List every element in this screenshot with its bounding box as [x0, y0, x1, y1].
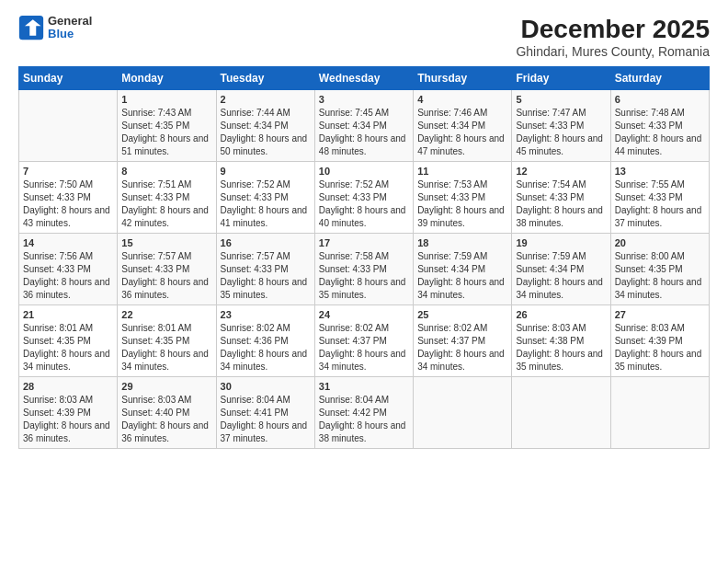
calendar-week-row: 21Sunrise: 8:01 AM Sunset: 4:35 PM Dayli…: [19, 305, 710, 377]
location-subtitle: Ghindari, Mures County, Romania: [516, 44, 710, 59]
calendar-cell: [610, 377, 709, 449]
day-detail: Sunrise: 7:46 AM Sunset: 4:34 PM Dayligh…: [417, 107, 507, 158]
col-tuesday: Tuesday: [216, 67, 314, 90]
header-row: Sunday Monday Tuesday Wednesday Thursday…: [19, 67, 710, 90]
calendar-cell: 4Sunrise: 7:46 AM Sunset: 4:34 PM Daylig…: [414, 90, 512, 162]
day-detail: Sunrise: 8:04 AM Sunset: 4:42 PM Dayligh…: [319, 394, 409, 445]
calendar-cell: 22Sunrise: 8:01 AM Sunset: 4:35 PM Dayli…: [118, 305, 216, 377]
day-number: 30: [221, 381, 311, 392]
calendar-cell: 14Sunrise: 7:56 AM Sunset: 4:33 PM Dayli…: [19, 234, 118, 305]
calendar-cell: 16Sunrise: 7:57 AM Sunset: 4:33 PM Dayli…: [216, 234, 314, 305]
calendar-cell: 2Sunrise: 7:44 AM Sunset: 4:34 PM Daylig…: [216, 90, 314, 162]
col-sunday: Sunday: [19, 67, 118, 90]
logo: General Blue: [18, 15, 92, 41]
calendar-cell: 20Sunrise: 8:00 AM Sunset: 4:35 PM Dayli…: [610, 234, 709, 305]
day-number: 11: [417, 166, 507, 177]
day-number: 10: [319, 166, 409, 177]
day-detail: Sunrise: 7:59 AM Sunset: 4:34 PM Dayligh…: [417, 250, 507, 302]
col-friday: Friday: [512, 67, 610, 90]
day-number: 2: [221, 94, 311, 105]
day-number: 29: [121, 381, 211, 392]
calendar-cell: 10Sunrise: 7:52 AM Sunset: 4:33 PM Dayli…: [314, 162, 413, 234]
day-detail: Sunrise: 8:02 AM Sunset: 4:37 PM Dayligh…: [417, 322, 507, 373]
calendar-cell: 17Sunrise: 7:58 AM Sunset: 4:33 PM Dayli…: [314, 234, 413, 305]
day-number: 5: [516, 94, 606, 105]
calendar-cell: 9Sunrise: 7:52 AM Sunset: 4:33 PM Daylig…: [216, 162, 314, 234]
day-number: 3: [319, 94, 409, 105]
day-detail: Sunrise: 7:51 AM Sunset: 4:33 PM Dayligh…: [121, 178, 211, 230]
page-header: General Blue December 2025 Ghindari, Mur…: [18, 15, 710, 59]
day-number: 23: [221, 309, 311, 320]
col-saturday: Saturday: [610, 67, 709, 90]
day-detail: Sunrise: 7:57 AM Sunset: 4:33 PM Dayligh…: [221, 250, 311, 302]
day-detail: Sunrise: 8:04 AM Sunset: 4:41 PM Dayligh…: [221, 394, 311, 445]
day-detail: Sunrise: 7:43 AM Sunset: 4:35 PM Dayligh…: [121, 107, 211, 158]
day-number: 20: [615, 237, 705, 248]
calendar-cell: 27Sunrise: 8:03 AM Sunset: 4:39 PM Dayli…: [610, 305, 709, 377]
calendar-cell: 28Sunrise: 8:03 AM Sunset: 4:39 PM Dayli…: [19, 377, 118, 449]
day-detail: Sunrise: 7:53 AM Sunset: 4:33 PM Dayligh…: [417, 178, 507, 230]
day-detail: Sunrise: 7:52 AM Sunset: 4:33 PM Dayligh…: [319, 178, 409, 230]
day-number: 24: [319, 309, 409, 320]
logo-general-text: General: [48, 15, 92, 28]
calendar-cell: 15Sunrise: 7:57 AM Sunset: 4:33 PM Dayli…: [118, 234, 216, 305]
calendar-cell: 31Sunrise: 8:04 AM Sunset: 4:42 PM Dayli…: [314, 377, 413, 449]
day-number: 19: [516, 237, 606, 248]
day-number: 4: [417, 94, 507, 105]
day-detail: Sunrise: 8:01 AM Sunset: 4:35 PM Dayligh…: [23, 322, 113, 373]
calendar-cell: 12Sunrise: 7:54 AM Sunset: 4:33 PM Dayli…: [512, 162, 610, 234]
day-detail: Sunrise: 8:00 AM Sunset: 4:35 PM Dayligh…: [615, 250, 705, 302]
calendar-week-row: 7Sunrise: 7:50 AM Sunset: 4:33 PM Daylig…: [19, 162, 710, 234]
day-number: 6: [615, 94, 705, 105]
calendar-cell: 25Sunrise: 8:02 AM Sunset: 4:37 PM Dayli…: [414, 305, 512, 377]
calendar-cell: [512, 377, 610, 449]
day-detail: Sunrise: 7:55 AM Sunset: 4:33 PM Dayligh…: [615, 178, 705, 230]
day-number: 16: [221, 237, 311, 248]
calendar-cell: 5Sunrise: 7:47 AM Sunset: 4:33 PM Daylig…: [512, 90, 610, 162]
day-detail: Sunrise: 8:01 AM Sunset: 4:35 PM Dayligh…: [121, 322, 211, 373]
day-detail: Sunrise: 7:52 AM Sunset: 4:33 PM Dayligh…: [221, 178, 311, 230]
day-detail: Sunrise: 8:03 AM Sunset: 4:39 PM Dayligh…: [23, 394, 113, 445]
calendar-cell: 8Sunrise: 7:51 AM Sunset: 4:33 PM Daylig…: [118, 162, 216, 234]
day-detail: Sunrise: 7:48 AM Sunset: 4:33 PM Dayligh…: [615, 107, 705, 158]
calendar-cell: 6Sunrise: 7:48 AM Sunset: 4:33 PM Daylig…: [610, 90, 709, 162]
calendar-cell: 30Sunrise: 8:04 AM Sunset: 4:41 PM Dayli…: [216, 377, 314, 449]
day-number: 7: [23, 166, 113, 177]
day-number: 8: [121, 166, 211, 177]
day-number: 27: [615, 309, 705, 320]
calendar-cell: 1Sunrise: 7:43 AM Sunset: 4:35 PM Daylig…: [118, 90, 216, 162]
day-number: 12: [516, 166, 606, 177]
month-title: December 2025: [516, 15, 710, 44]
logo-blue-text: Blue: [48, 28, 92, 40]
day-detail: Sunrise: 7:50 AM Sunset: 4:33 PM Dayligh…: [23, 178, 113, 230]
title-block: December 2025 Ghindari, Mures County, Ro…: [516, 15, 710, 59]
col-monday: Monday: [118, 67, 216, 90]
day-number: 25: [417, 309, 507, 320]
day-detail: Sunrise: 8:03 AM Sunset: 4:39 PM Dayligh…: [615, 322, 705, 373]
day-number: 18: [417, 237, 507, 248]
day-detail: Sunrise: 7:47 AM Sunset: 4:33 PM Dayligh…: [516, 107, 606, 158]
day-detail: Sunrise: 7:45 AM Sunset: 4:34 PM Dayligh…: [319, 107, 409, 158]
day-number: 28: [23, 381, 113, 392]
day-detail: Sunrise: 8:03 AM Sunset: 4:38 PM Dayligh…: [516, 322, 606, 373]
day-number: 17: [319, 237, 409, 248]
calendar-cell: 11Sunrise: 7:53 AM Sunset: 4:33 PM Dayli…: [414, 162, 512, 234]
calendar-cell: [414, 377, 512, 449]
day-detail: Sunrise: 7:56 AM Sunset: 4:33 PM Dayligh…: [23, 250, 113, 302]
calendar-cell: [19, 90, 118, 162]
calendar-cell: 24Sunrise: 8:02 AM Sunset: 4:37 PM Dayli…: [314, 305, 413, 377]
logo-icon: [18, 15, 44, 40]
day-number: 26: [516, 309, 606, 320]
calendar-week-row: 1Sunrise: 7:43 AM Sunset: 4:35 PM Daylig…: [19, 90, 710, 162]
day-detail: Sunrise: 7:57 AM Sunset: 4:33 PM Dayligh…: [121, 250, 211, 302]
calendar-cell: 26Sunrise: 8:03 AM Sunset: 4:38 PM Dayli…: [512, 305, 610, 377]
day-detail: Sunrise: 7:59 AM Sunset: 4:34 PM Dayligh…: [516, 250, 606, 302]
col-wednesday: Wednesday: [314, 67, 413, 90]
calendar-cell: 13Sunrise: 7:55 AM Sunset: 4:33 PM Dayli…: [610, 162, 709, 234]
day-number: 1: [121, 94, 211, 105]
day-number: 14: [23, 237, 113, 248]
calendar-cell: 19Sunrise: 7:59 AM Sunset: 4:34 PM Dayli…: [512, 234, 610, 305]
calendar-cell: 3Sunrise: 7:45 AM Sunset: 4:34 PM Daylig…: [314, 90, 413, 162]
day-detail: Sunrise: 7:44 AM Sunset: 4:34 PM Dayligh…: [221, 107, 311, 158]
day-number: 22: [121, 309, 211, 320]
